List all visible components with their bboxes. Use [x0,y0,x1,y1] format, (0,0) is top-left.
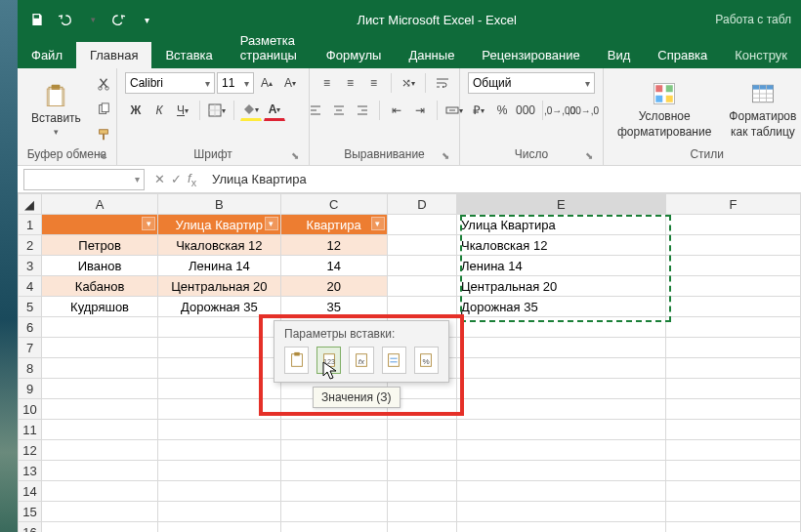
select-all-corner[interactable]: ◢ [19,194,42,215]
paste-formulas-icon[interactable]: fx [349,347,373,374]
cell[interactable] [665,297,800,317]
number-format-combo[interactable]: Общий [468,72,595,94]
cell[interactable] [387,215,456,235]
paste-transpose-icon[interactable] [382,347,406,374]
cell[interactable]: 35 [280,297,387,317]
cell[interactable]: Ленина 14 [158,256,280,276]
row-header[interactable]: 2 [19,235,42,256]
underline-button[interactable]: Ч▾ [172,100,193,121]
align-middle-icon[interactable]: ≡ [340,72,361,94]
row-header[interactable]: 4 [19,276,42,297]
format-as-table-button[interactable]: Форматиров как таблицу [723,76,801,143]
number-dialog-launcher-icon[interactable]: ⬊ [585,150,593,161]
row-header[interactable]: 14 [19,481,42,502]
italic-button[interactable]: К [148,100,170,121]
font-dialog-launcher-icon[interactable]: ⬊ [291,150,299,161]
orientation-icon[interactable]: ⤭▾ [398,72,419,94]
paste-formatting-icon[interactable]: % [414,347,439,374]
cell[interactable]: Петров [41,235,157,256]
tab-data[interactable]: Данные [395,42,468,68]
row-header[interactable]: 8 [19,358,42,379]
col-header-f[interactable]: F [665,194,800,215]
tab-file[interactable]: Файл [18,42,76,68]
tab-help[interactable]: Справка [644,42,721,68]
accounting-format-icon[interactable]: ₽▾ [468,100,489,121]
cell[interactable]: Центральная 20 [456,276,665,297]
align-right-icon[interactable] [352,100,373,121]
col-header-e[interactable]: E [456,194,665,215]
cell[interactable]: Кудряшов [41,297,157,317]
save-icon[interactable] [25,8,49,31]
cell[interactable] [665,276,800,297]
cell[interactable]: Дорожная 35 [456,297,665,317]
row-header[interactable]: 5 [19,297,42,317]
row-header[interactable]: 10 [19,399,42,420]
alignment-dialog-launcher-icon[interactable]: ⬊ [442,150,449,161]
cell[interactable]: 20 [280,276,387,297]
table-header-b[interactable]: Улица Квартир▾ [158,215,280,235]
cell[interactable]: Чкаловская 12 [456,235,665,256]
borders-icon[interactable]: ▾ [206,100,228,121]
paste-button[interactable]: Вставить ▾ [25,78,87,141]
bold-button[interactable]: Ж [125,100,147,121]
decrease-indent-icon[interactable]: ⇤ [386,100,407,121]
cell[interactable]: Ленина 14 [456,256,665,276]
percent-format-icon[interactable]: % [491,100,513,121]
row-header[interactable]: 1 [19,215,42,235]
formula-input[interactable]: Улица Квартира [206,172,801,186]
qat-customize-icon[interactable]: ▾ [135,8,158,31]
clipboard-dialog-launcher-icon[interactable]: ⬊ [99,150,106,161]
cell[interactable] [387,276,456,297]
row-header[interactable]: 6 [19,317,42,338]
cell[interactable] [387,256,456,276]
row-header[interactable]: 7 [19,338,42,358]
table-header-c[interactable]: Квартира▾ [280,215,387,235]
cell[interactable] [665,256,800,276]
cell[interactable] [665,215,800,235]
row-header[interactable]: 15 [19,502,42,522]
filter-icon[interactable]: ▾ [142,217,155,230]
name-box[interactable]: ▾ [23,169,145,190]
font-name-combo[interactable]: Calibri [125,72,215,94]
row-header[interactable]: 11 [19,420,42,440]
cell[interactable]: 12 [280,235,387,256]
paste-values-icon[interactable]: 123 [316,347,341,374]
format-painter-icon[interactable] [93,124,114,145]
wrap-text-icon[interactable] [432,72,453,94]
comma-format-icon[interactable]: 000 [515,100,536,121]
row-header[interactable]: 16 [19,522,42,533]
font-color-icon[interactable]: A▾ [264,100,285,121]
table-header-a[interactable]: ▾ [41,215,157,235]
copy-icon[interactable] [93,99,114,120]
cell[interactable]: Улица Квартира [456,215,665,235]
conditional-formatting-button[interactable]: Условное форматирование [611,76,717,143]
cell[interactable] [665,235,800,256]
filter-icon[interactable]: ▾ [371,217,385,230]
col-header-b[interactable]: B [158,194,280,215]
cancel-formula-icon[interactable]: ✕ [154,172,165,186]
undo-icon[interactable] [53,8,76,31]
cell[interactable] [387,297,456,317]
tab-page-layout[interactable]: Разметка страницы [227,27,313,68]
cell[interactable]: Кабанов [41,276,157,297]
cell[interactable]: Чкаловская 12 [158,235,280,256]
cell[interactable]: 14 [280,256,387,276]
tab-review[interactable]: Рецензирование [468,42,593,68]
cut-icon[interactable] [93,73,114,95]
tab-insert[interactable]: Вставка [151,42,226,68]
tab-table-design[interactable]: Конструк [721,42,801,68]
decrease-decimal-icon[interactable]: ,00→,0 [572,100,594,121]
col-header-a[interactable]: A [41,194,157,215]
fill-color-icon[interactable]: ▾ [240,100,262,121]
paste-all-icon[interactable] [284,347,309,374]
tab-formulas[interactable]: Формулы [313,42,396,68]
tab-home[interactable]: Главная [76,42,151,68]
fx-icon[interactable]: fx [188,171,196,188]
row-header[interactable]: 13 [19,461,42,481]
align-left-icon[interactable] [305,100,326,121]
filter-icon[interactable]: ▾ [265,217,278,230]
increase-indent-icon[interactable]: ⇥ [409,100,431,121]
align-top-icon[interactable]: ≡ [316,72,338,94]
font-size-combo[interactable]: 11 [217,72,254,94]
align-center-icon[interactable] [328,100,350,121]
